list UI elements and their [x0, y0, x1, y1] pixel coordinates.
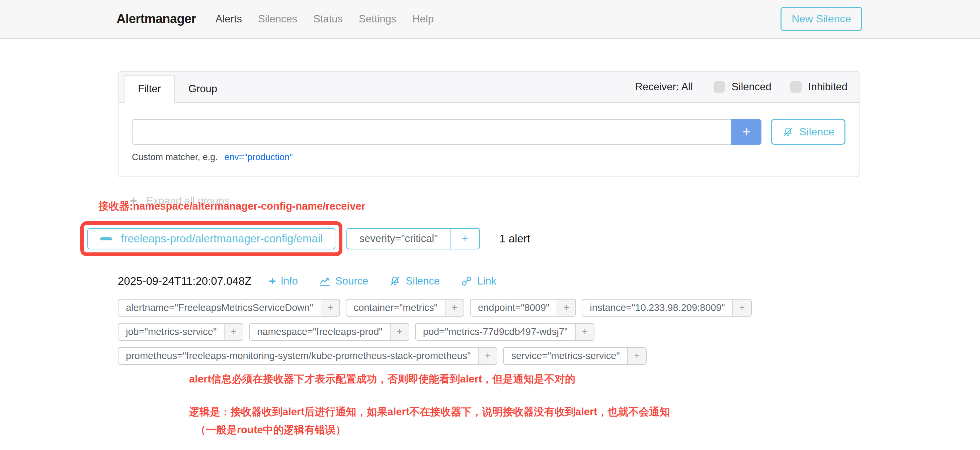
label-text: instance="10.233.98.209:8009"	[582, 299, 732, 316]
source-link-label: Source	[336, 275, 368, 287]
navbar: Alertmanager Alerts Silences Status Sett…	[0, 0, 980, 39]
alert-source-link[interactable]: Source	[319, 275, 368, 287]
label-text: service="metrics-service"	[504, 348, 627, 364]
tab-group[interactable]: Group	[175, 76, 231, 102]
receiver-group-button[interactable]: freeleaps-prod/alertmanager-config/email	[88, 228, 336, 249]
bell-slash-icon	[389, 275, 401, 287]
label-add-button[interactable]: +	[390, 323, 409, 340]
label-tag-container: container="metrics" +	[346, 299, 464, 317]
checkbox-icon[interactable]	[790, 81, 802, 93]
label-text: namespace="freeleaps-prod"	[250, 323, 390, 340]
label-tag-endpoint: endpoint="8009" +	[470, 299, 576, 317]
matcher-input[interactable]	[132, 119, 731, 145]
nav-item-silences[interactable]: Silences	[258, 13, 297, 25]
filter-card-header: Filter Group Receiver: All Silenced Inhi…	[118, 71, 859, 103]
nav-item-status[interactable]: Status	[313, 13, 343, 25]
info-link-label: Info	[280, 275, 298, 287]
label-tag-prometheus: prometheus="freeleaps-monitoring-system/…	[118, 347, 497, 365]
annotation-note-1: alert信息必须在接收器下才表示配置成功，否则即使能看到alert，但是通知是…	[189, 372, 859, 386]
label-text: container="metrics"	[347, 299, 445, 316]
label-add-button[interactable]: +	[321, 299, 339, 316]
chart-icon	[319, 275, 331, 287]
label-add-button[interactable]: +	[445, 299, 463, 316]
hint-example-link[interactable]: env="production"	[224, 152, 293, 162]
filter-card: Filter Group Receiver: All Silenced Inhi…	[118, 71, 859, 177]
inhibited-checkbox-label: Inhibited	[808, 81, 848, 93]
minus-icon	[100, 238, 112, 240]
silence-filter-button[interactable]: Silence	[771, 119, 845, 145]
alert-count: 1 alert	[500, 232, 530, 245]
receiver-filter-label[interactable]: Receiver: All	[635, 81, 693, 93]
receiver-annotation-text: 接收器:namespace/altermanager-config-name/r…	[99, 199, 859, 213]
alert-labels: alertname="FreeleapsMetricsServiceDown" …	[118, 299, 859, 365]
silenced-checkbox[interactable]: Silenced	[714, 81, 772, 93]
receiver-group-name: freeleaps-prod/alertmanager-config/email	[121, 232, 323, 245]
alert-meta-row: 2025-09-24T11:20:07.048Z + Info Source S…	[118, 275, 859, 287]
annotation-note-3: （一般是route中的逻辑有错误）	[196, 423, 859, 437]
label-add-button[interactable]: +	[627, 348, 646, 364]
checkbox-icon[interactable]	[714, 81, 725, 93]
group-matcher-add-button[interactable]: +	[450, 229, 479, 249]
plus-icon: +	[269, 275, 276, 287]
label-add-button[interactable]: +	[224, 323, 243, 340]
label-tag-service: service="metrics-service" +	[503, 347, 646, 365]
silence-link-label: Silence	[406, 275, 440, 287]
nav-item-settings[interactable]: Settings	[359, 13, 396, 25]
silenced-checkbox-label: Silenced	[732, 81, 772, 93]
app-brand[interactable]: Alertmanager	[116, 12, 196, 26]
label-add-button[interactable]: +	[478, 348, 497, 364]
label-text: prometheus="freeleaps-monitoring-system/…	[118, 348, 478, 364]
label-text: alertname="FreeleapsMetricsServiceDown"	[118, 299, 321, 316]
filter-options: Receiver: All Silenced Inhibited	[635, 81, 848, 93]
alert-timestamp: 2025-09-24T11:20:07.048Z	[118, 275, 251, 287]
add-matcher-button[interactable]: +	[731, 119, 762, 145]
annotation-note-2: 逻辑是：接收器收到alert后进行通知，如果alert不在接收器下，说明接收器没…	[189, 405, 859, 419]
group-matcher-text: severity="critical"	[347, 229, 450, 249]
label-tag-job: job="metrics-service" +	[118, 323, 243, 341]
group-matcher-tag: severity="critical" +	[347, 228, 480, 249]
label-text: endpoint="8009"	[471, 299, 557, 316]
silence-button-label: Silence	[799, 126, 834, 138]
label-tag-pod: pod="metrics-77d9cdb497-wdsj7" +	[415, 323, 594, 341]
label-add-button[interactable]: +	[732, 299, 751, 316]
receiver-group-row: freeleaps-prod/alertmanager-config/email…	[118, 221, 859, 256]
alert-info-link[interactable]: + Info	[269, 275, 298, 287]
label-tag-alertname: alertname="FreeleapsMetricsServiceDown" …	[118, 299, 340, 317]
hint-text: Custom matcher, e.g.	[132, 152, 218, 162]
label-add-button[interactable]: +	[557, 299, 575, 316]
link-icon	[461, 275, 473, 287]
nav-item-help[interactable]: Help	[412, 13, 434, 25]
inhibited-checkbox[interactable]: Inhibited	[790, 81, 848, 93]
filter-card-body: + Silence Custom matcher, e.g. env="prod…	[118, 103, 859, 176]
label-add-button[interactable]: +	[575, 323, 594, 340]
tab-filter[interactable]: Filter	[124, 75, 175, 103]
alert-silence-link[interactable]: Silence	[389, 275, 440, 287]
label-tag-instance: instance="10.233.98.209:8009" +	[582, 299, 752, 317]
link-link-label: Link	[477, 275, 496, 287]
red-annotation-box: freeleaps-prod/alertmanager-config/email	[80, 221, 342, 256]
label-text: job="metrics-service"	[118, 323, 224, 340]
nav-item-alerts[interactable]: Alerts	[216, 13, 242, 25]
label-text: pod="metrics-77d9cdb497-wdsj7"	[416, 323, 575, 340]
alert-link-link[interactable]: Link	[461, 275, 496, 287]
matcher-input-group: +	[132, 119, 762, 145]
new-silence-button[interactable]: New Silence	[781, 7, 862, 31]
matcher-hint: Custom matcher, e.g. env="production"	[132, 152, 845, 163]
bell-slash-icon	[782, 126, 794, 138]
label-tag-namespace: namespace="freeleaps-prod" +	[249, 323, 409, 341]
main-content: Filter Group Receiver: All Silenced Inhi…	[118, 71, 859, 437]
